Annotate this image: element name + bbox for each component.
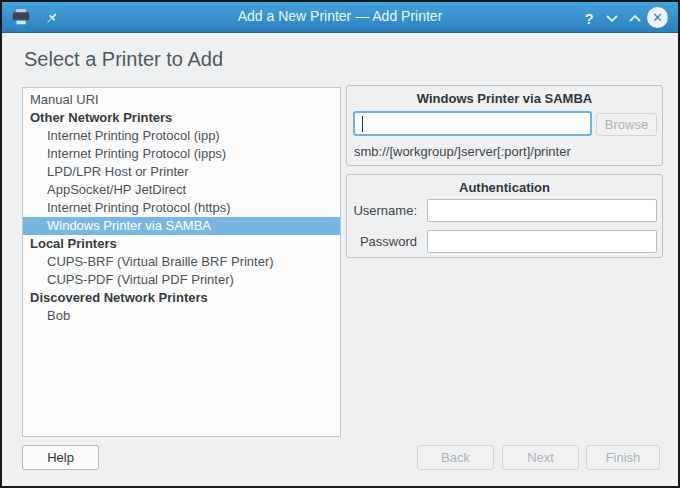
username-row: Username: — [347, 199, 662, 222]
list-category-local-printers: Local Printers — [23, 235, 340, 253]
samba-uri-input[interactable] — [353, 111, 592, 136]
list-item-manual-uri[interactable]: Manual URI — [23, 91, 340, 109]
list-item-appsocket[interactable]: AppSocket/HP JetDirect — [23, 181, 340, 199]
password-row: Password — [347, 230, 662, 253]
samba-uri-hint: smb://[workgroup/]server[:port]/printer — [354, 144, 571, 159]
help-button[interactable]: Help — [22, 445, 99, 470]
text-caret — [362, 116, 363, 132]
help-titlebar-icon[interactable]: ? — [578, 7, 600, 29]
next-button[interactable]: Next — [502, 445, 579, 470]
samba-groupbox-title: Windows Printer via SAMBA — [347, 91, 662, 106]
authentication-groupbox: Authentication Username: Password — [346, 174, 663, 258]
list-item-ipps[interactable]: Internet Printing Protocol (ipps) — [23, 145, 340, 163]
samba-groupbox: Windows Printer via SAMBA Browse smb://[… — [346, 85, 663, 166]
list-item-bob[interactable]: Bob — [23, 307, 340, 325]
list-item-samba-selected[interactable]: Windows Printer via SAMBA — [23, 217, 340, 235]
close-icon[interactable]: ✕ — [647, 7, 668, 28]
list-category-discovered-network-printers: Discovered Network Printers — [23, 289, 340, 307]
list-item-ipp-https[interactable]: Internet Printing Protocol (https) — [23, 199, 340, 217]
list-item-cups-brf[interactable]: CUPS-BRF (Virtual Braille BRF Printer) — [23, 253, 340, 271]
list-item-lpd-lpr[interactable]: LPD/LPR Host or Printer — [23, 163, 340, 181]
window-title: Add a New Printer — Add Printer — [2, 8, 678, 24]
titlebar[interactable]: Add a New Printer — Add Printer ? ✕ — [2, 2, 678, 33]
username-label: Username: — [347, 199, 417, 222]
printer-device-list[interactable]: Manual URI Other Network Printers Intern… — [22, 87, 341, 437]
samba-uri-wrap — [353, 111, 592, 136]
password-field[interactable] — [427, 230, 657, 253]
list-item-ipp[interactable]: Internet Printing Protocol (ipp) — [23, 127, 340, 145]
username-field[interactable] — [427, 199, 657, 222]
list-category-other-network-printers: Other Network Printers — [23, 109, 340, 127]
list-item-cups-pdf[interactable]: CUPS-PDF (Virtual PDF Printer) — [23, 271, 340, 289]
authentication-groupbox-title: Authentication — [347, 180, 662, 195]
browse-button[interactable]: Browse — [596, 113, 657, 136]
password-label: Password — [347, 230, 417, 253]
chevron-up-icon[interactable] — [624, 7, 646, 29]
finish-button[interactable]: Finish — [586, 445, 660, 470]
add-printer-window: Add a New Printer — Add Printer ? ✕ Sele… — [0, 0, 680, 488]
back-button[interactable]: Back — [417, 445, 494, 470]
chevron-down-icon[interactable] — [601, 7, 623, 29]
page-title: Select a Printer to Add — [24, 48, 223, 71]
